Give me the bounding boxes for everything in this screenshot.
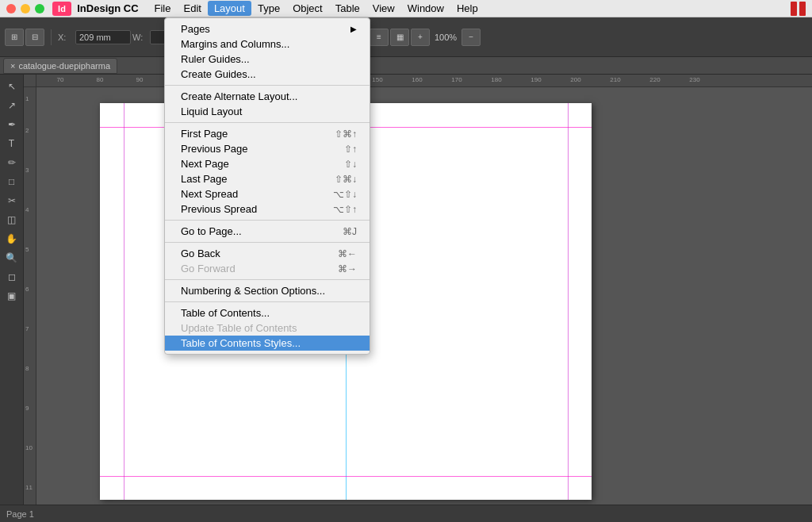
next-spread-label: Next Spread: [181, 188, 333, 200]
pages-label: Pages: [181, 23, 344, 35]
numbering-label: Numbering & Section Options...: [181, 285, 357, 297]
margins-label: Margins and Columns...: [181, 38, 357, 50]
menu-item-pages[interactable]: Pages ▶: [165, 21, 370, 36]
toc-label: Table of Contents...: [181, 307, 357, 319]
gradient-tool[interactable]: ◫: [2, 211, 21, 228]
zoom-in[interactable]: +: [411, 29, 430, 46]
vruler-label9: 9: [25, 405, 29, 412]
toc-styles-label: Table of Contents Styles...: [181, 337, 357, 349]
menu-type[interactable]: Type: [251, 1, 286, 16]
pencil-tool[interactable]: ✏: [2, 154, 21, 171]
notification-icons: [791, 2, 806, 16]
tab-close[interactable]: ×: [10, 61, 15, 71]
ruler-num-80: 80: [97, 76, 104, 83]
toolbar-tools: ⊞ ⊟: [5, 29, 44, 46]
vruler-label7: 7: [25, 325, 29, 332]
ruler-num-90: 90: [136, 76, 144, 83]
pages-arrow: ▶: [350, 25, 357, 33]
sep-6: [165, 301, 370, 302]
menubar-icons: [791, 2, 806, 16]
sep-4: [165, 242, 370, 243]
doc-with-ruler: 1 2 3 4 5 6 7 8 9 10 11: [24, 87, 812, 505]
scissors-tool[interactable]: ✂: [2, 192, 21, 209]
menu-item-next-page[interactable]: Next Page ⇧↓: [165, 156, 370, 171]
menu-item-first-page[interactable]: First Page ⇧⌘↑: [165, 126, 370, 141]
menu-item-liquid[interactable]: Liquid Layout: [165, 104, 370, 119]
close-button[interactable]: [6, 4, 16, 13]
menu-window[interactable]: Window: [401, 1, 450, 16]
ruler-num-220: 220: [649, 76, 660, 83]
direct-selection-tool[interactable]: ↗: [2, 97, 21, 114]
menu-item-goto-page[interactable]: Go to Page... ⌘J: [165, 224, 370, 239]
zoom-tool[interactable]: 🔍: [2, 249, 21, 267]
hand-tool[interactable]: ✋: [2, 230, 21, 248]
tab-bar: × catalogue-duepipharma: [0, 57, 812, 75]
next-spread-shortcut: ⌥⇧↓: [333, 189, 357, 200]
x-label: X:: [58, 33, 74, 42]
app-name: InDesign CC: [77, 2, 138, 14]
preview-mode[interactable]: ▣: [2, 287, 21, 305]
ruler-num-170: 170: [451, 76, 462, 83]
prev-spread-shortcut: ⌥⇧↑: [333, 204, 357, 215]
prev-page-shortcut: ⇧↑: [344, 144, 357, 155]
menu-item-next-spread[interactable]: Next Spread ⌥⇧↓: [165, 186, 370, 202]
sep-3: [165, 220, 370, 221]
menu-item-margins[interactable]: Margins and Columns...: [165, 36, 370, 52]
select-tool[interactable]: ⊟: [25, 29, 44, 46]
menu-item-create-guides[interactable]: Create Guides...: [165, 67, 370, 82]
vruler-label10: 10: [25, 444, 33, 451]
menu-file[interactable]: File: [148, 1, 178, 16]
menu-table[interactable]: Table: [329, 1, 366, 16]
menu-item-go-back[interactable]: Go Back ⌘←: [165, 246, 370, 261]
menu-item-last-page[interactable]: Last Page ⇧⌘↓: [165, 171, 370, 186]
fullscreen-button[interactable]: [35, 4, 44, 13]
menu-item-go-forward[interactable]: Go Forward ⌘→: [165, 261, 370, 276]
menu-item-numbering[interactable]: Numbering & Section Options...: [165, 283, 370, 298]
window-controls: [6, 4, 44, 13]
zoom-level: 100%: [435, 33, 457, 42]
x-input[interactable]: [75, 30, 131, 44]
menu-item-toc[interactable]: Table of Contents...: [165, 305, 370, 320]
pen-tool[interactable]: ✒: [2, 116, 21, 133]
document-tab[interactable]: × catalogue-duepipharma: [3, 58, 117, 74]
notification-dot-1: [791, 2, 797, 16]
transform-tool[interactable]: ⊞: [5, 29, 24, 46]
menu-edit[interactable]: Edit: [177, 1, 207, 16]
menu-item-prev-spread[interactable]: Previous Spread ⌥⇧↑: [165, 202, 370, 217]
menu-item-ruler-guides[interactable]: Ruler Guides...: [165, 52, 370, 67]
align-btn[interactable]: ≡: [370, 29, 389, 46]
menu-view[interactable]: View: [366, 1, 401, 16]
selection-tool[interactable]: ↖: [2, 78, 21, 95]
minimize-button[interactable]: [21, 4, 30, 13]
left-toolbar: ↖ ↗ ✒ T ✏ □ ✂ ◫ ✋ 🔍 ◻ ▣: [0, 75, 24, 505]
first-page-shortcut: ⇧⌘↑: [335, 129, 357, 140]
menu-layout[interactable]: Layout: [208, 1, 251, 16]
menu-item-alt-layout[interactable]: Create Alternate Layout...: [165, 89, 370, 104]
vruler-label6: 6: [25, 286, 29, 293]
menu-item-toc-styles[interactable]: Table of Contents Styles...: [165, 336, 370, 351]
guide-v1: [124, 103, 124, 500]
prev-spread-label: Previous Spread: [181, 203, 333, 215]
tab-filename: catalogue-duepipharma: [18, 61, 110, 71]
goto-page-shortcut: ⌘J: [343, 226, 357, 237]
first-page-label: First Page: [181, 128, 335, 140]
zoom-out[interactable]: −: [462, 29, 481, 46]
menu-item-update-toc[interactable]: Update Table of Contents: [165, 320, 370, 336]
last-page-shortcut: ⇧⌘↓: [335, 174, 357, 185]
fill-stroke[interactable]: ◻: [2, 268, 21, 286]
rectangle-tool[interactable]: □: [2, 173, 21, 190]
menu-help[interactable]: Help: [450, 1, 485, 16]
prev-page-label: Previous Page: [181, 143, 344, 155]
vruler-label11: 11: [25, 484, 33, 491]
liquid-label: Liquid Layout: [181, 106, 357, 117]
distribute-btn[interactable]: ▦: [390, 29, 409, 46]
menu-item-prev-page[interactable]: Previous Page ⇧↑: [165, 141, 370, 156]
ruler-num-160: 160: [412, 76, 422, 83]
menu-object[interactable]: Object: [286, 1, 329, 16]
ruler-num-200: 200: [570, 76, 580, 83]
type-tool[interactable]: T: [2, 135, 21, 152]
go-back-label: Go Back: [181, 248, 338, 259]
next-page-shortcut: ⇧↓: [344, 159, 357, 170]
ruler-row: 70 80 90 100 110 120 130 140 150 160 170…: [24, 75, 812, 87]
ruler-num-210: 210: [610, 76, 620, 83]
